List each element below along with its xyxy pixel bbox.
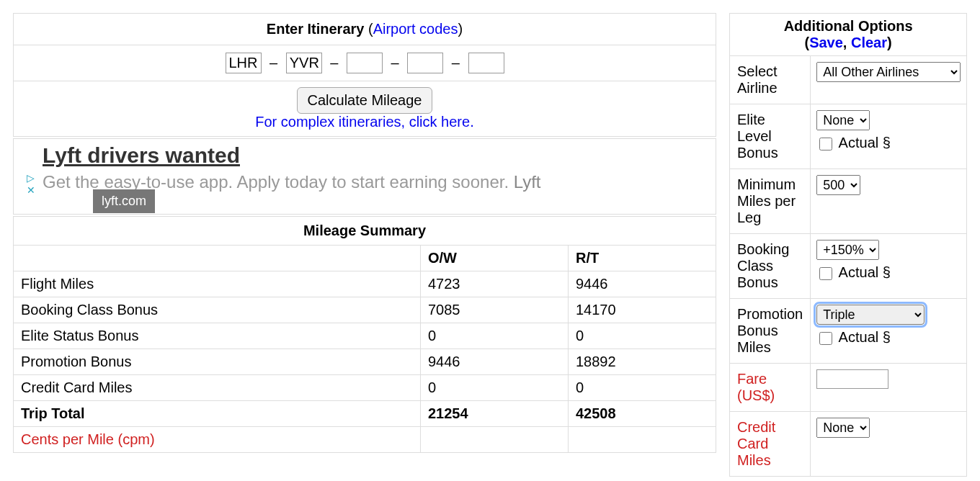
summary-header-blank <box>14 246 421 271</box>
promo-label: Promotion Bonus Miles <box>730 299 811 364</box>
airline-select[interactable]: All Other Airlines <box>816 62 961 82</box>
summary-row-label: Booking Class Bonus <box>14 297 421 323</box>
options-header: Additional Options (Save, Clear) <box>730 14 967 56</box>
options-title: Additional Options <box>784 18 913 34</box>
ad-title[interactable]: Lyft drivers wanted <box>43 143 707 168</box>
save-link[interactable]: Save <box>809 35 843 50</box>
ad-body-text: Get the easy-to-use app. Apply today to … <box>43 172 509 192</box>
segment-1-input[interactable] <box>226 53 262 73</box>
segment-4-input[interactable] <box>407 53 443 73</box>
summary-row-rt: 0 <box>568 375 716 401</box>
adchoices-icons[interactable]: ▷ ✕ <box>27 172 35 197</box>
itinerary-panel: Enter Itinerary (Airport codes) – – – – <box>13 13 716 137</box>
summary-row-rt <box>568 427 716 453</box>
adchoices-close-icon[interactable]: ✕ <box>27 184 35 196</box>
summary-row-rt: 18892 <box>568 349 716 375</box>
summary-row-rt: 0 <box>568 323 716 349</box>
cc-label: Credit Card Miles <box>730 412 811 477</box>
booking-actual-checkbox[interactable] <box>819 267 832 280</box>
segment-5-input[interactable] <box>468 53 504 73</box>
elite-select[interactable]: None <box>816 110 870 130</box>
promo-actual-label[interactable]: Actual § <box>816 329 891 345</box>
promo-select[interactable]: Triple <box>816 305 925 325</box>
summary-row-ow: 7085 <box>420 297 568 323</box>
summary-row-label: Promotion Bonus <box>14 349 421 375</box>
itinerary-segments: – – – – <box>14 45 716 81</box>
summary-row-ow <box>420 427 568 453</box>
elite-label: Elite Level Bonus <box>730 104 811 169</box>
airline-label: Select Airline <box>730 56 811 104</box>
segment-separator: – <box>391 55 399 71</box>
summary-row-rt: 14170 <box>568 297 716 323</box>
cc-select[interactable]: None <box>816 418 870 438</box>
ad-banner[interactable]: ▷ ✕ Lyft drivers wanted Get the easy-to-… <box>13 138 716 215</box>
additional-options-panel: Additional Options (Save, Clear) Select … <box>729 13 967 477</box>
booking-actual-label[interactable]: Actual § <box>816 264 891 280</box>
segment-3-input[interactable] <box>347 53 383 73</box>
elite-actual-label[interactable]: Actual § <box>816 135 891 150</box>
promo-actual-checkbox[interactable] <box>819 332 832 345</box>
itinerary-header: Enter Itinerary (Airport codes) <box>14 14 716 45</box>
booking-select[interactable]: +150% <box>816 240 879 260</box>
clear-link[interactable]: Clear <box>851 35 887 50</box>
summary-row-label: Elite Status Bonus <box>14 323 421 349</box>
calculate-mileage-button[interactable]: Calculate Mileage <box>297 87 433 114</box>
segment-2-input[interactable] <box>286 53 322 73</box>
elite-actual-checkbox[interactable] <box>819 138 832 150</box>
ad-url-tooltip: lyft.com <box>93 189 155 213</box>
fare-input[interactable] <box>816 369 888 389</box>
summary-row-rt: 42508 <box>568 401 716 427</box>
segment-separator: – <box>452 55 460 71</box>
summary-row-ow: 4723 <box>420 271 568 297</box>
summary-header-rt: R/T <box>568 246 716 271</box>
segment-separator: – <box>270 55 277 71</box>
itinerary-title: Enter Itinerary <box>267 21 365 37</box>
fare-label: Fare (US$) <box>730 364 811 412</box>
summary-row-ow: 0 <box>420 375 568 401</box>
segment-separator: – <box>330 55 338 71</box>
mileage-summary-table: Mileage Summary O/W R/T Flight Miles4723… <box>13 216 716 453</box>
summary-row-label: Cents per Mile (cpm) <box>14 427 421 453</box>
minmiles-select[interactable]: 500 <box>816 175 860 195</box>
summary-row-label: Credit Card Miles <box>14 375 421 401</box>
summary-row-ow: 0 <box>420 323 568 349</box>
summary-row-rt: 9446 <box>568 271 716 297</box>
adchoices-info-icon[interactable]: ▷ <box>27 172 35 184</box>
minmiles-label: Minimum Miles per Leg <box>730 169 811 234</box>
summary-title: Mileage Summary <box>14 217 716 246</box>
summary-row-ow: 9446 <box>420 349 568 375</box>
summary-row-label: Flight Miles <box>14 271 421 297</box>
ad-brand: Lyft <box>514 172 541 192</box>
summary-header-ow: O/W <box>420 246 568 271</box>
complex-itineraries-link[interactable]: For complex itineraries, click here. <box>255 114 473 130</box>
airport-codes-link[interactable]: Airport codes <box>373 21 458 37</box>
summary-row-ow: 21254 <box>420 401 568 427</box>
booking-label: Booking Class Bonus <box>730 234 811 299</box>
summary-row-label: Trip Total <box>14 401 421 427</box>
